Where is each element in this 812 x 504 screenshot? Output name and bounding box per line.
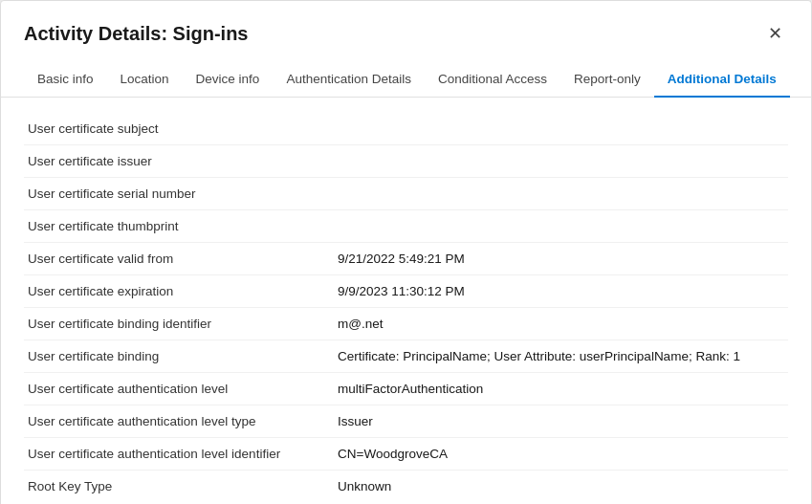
row-label: User certificate issuer xyxy=(24,145,330,178)
table-row: User certificate bindingCertificate: Pri… xyxy=(24,340,788,373)
row-value: Unknown xyxy=(330,471,788,503)
table-row: User certificate authentication levelmul… xyxy=(24,373,788,405)
row-label: User certificate authentication level ty… xyxy=(24,405,330,438)
row-value xyxy=(330,145,788,178)
row-value: CN=WoodgroveCA xyxy=(330,438,788,471)
row-value: multiFactorAuthentication xyxy=(330,373,788,405)
activity-details-dialog: Activity Details: Sign-ins ✕ Basic infoL… xyxy=(0,0,812,504)
tab-additional-details[interactable]: Additional Details xyxy=(654,62,790,98)
tab-authentication-details[interactable]: Authentication Details xyxy=(273,62,425,98)
table-row: Root Key TypeUnknown xyxy=(24,471,788,503)
tabs-container: Basic infoLocationDevice infoAuthenticat… xyxy=(1,62,811,98)
table-row: User certificate serial number xyxy=(24,178,788,210)
row-value xyxy=(330,178,788,210)
row-value xyxy=(330,210,788,243)
details-table: User certificate subjectUser certificate… xyxy=(24,113,788,502)
row-label: User certificate binding identifier xyxy=(24,308,330,340)
dialog-header: Activity Details: Sign-ins ✕ xyxy=(1,1,811,47)
tab-basic-info[interactable]: Basic info xyxy=(24,62,107,98)
table-row: User certificate authentication level ty… xyxy=(24,405,788,438)
content-area: User certificate subjectUser certificate… xyxy=(1,98,811,504)
table-row: User certificate issuer xyxy=(24,145,788,178)
table-row: User certificate thumbprint xyxy=(24,210,788,243)
row-value: m@.net xyxy=(330,308,788,340)
row-label: User certificate expiration xyxy=(24,275,330,308)
tab-report-only[interactable]: Report-only xyxy=(560,62,654,98)
tab-device-info[interactable]: Device info xyxy=(183,62,274,98)
row-label: User certificate valid from xyxy=(24,243,330,275)
row-label: User certificate serial number xyxy=(24,178,330,210)
row-value: 9/21/2022 5:49:21 PM xyxy=(330,243,788,275)
row-label: Root Key Type xyxy=(24,471,330,503)
row-label: User certificate authentication level id… xyxy=(24,438,330,471)
tab-location[interactable]: Location xyxy=(107,62,183,98)
row-label: User certificate authentication level xyxy=(24,373,330,405)
dialog-title: Activity Details: Sign-ins xyxy=(24,23,249,45)
close-button[interactable]: ✕ xyxy=(761,20,788,47)
tab-conditional-access[interactable]: Conditional Access xyxy=(425,62,560,98)
table-row: User certificate binding identifierm@.ne… xyxy=(24,308,788,340)
row-label: User certificate binding xyxy=(24,340,330,373)
row-value: 9/9/2023 11:30:12 PM xyxy=(330,275,788,308)
table-row: User certificate subject xyxy=(24,113,788,145)
row-label: User certificate subject xyxy=(24,113,330,145)
row-value: Certificate: PrincipalName; User Attribu… xyxy=(330,340,788,373)
table-row: User certificate valid from9/21/2022 5:4… xyxy=(24,243,788,275)
row-value: Issuer xyxy=(330,405,788,438)
table-row: User certificate authentication level id… xyxy=(24,438,788,471)
table-row: User certificate expiration9/9/2023 11:3… xyxy=(24,275,788,308)
row-value xyxy=(330,113,788,145)
row-label: User certificate thumbprint xyxy=(24,210,330,243)
